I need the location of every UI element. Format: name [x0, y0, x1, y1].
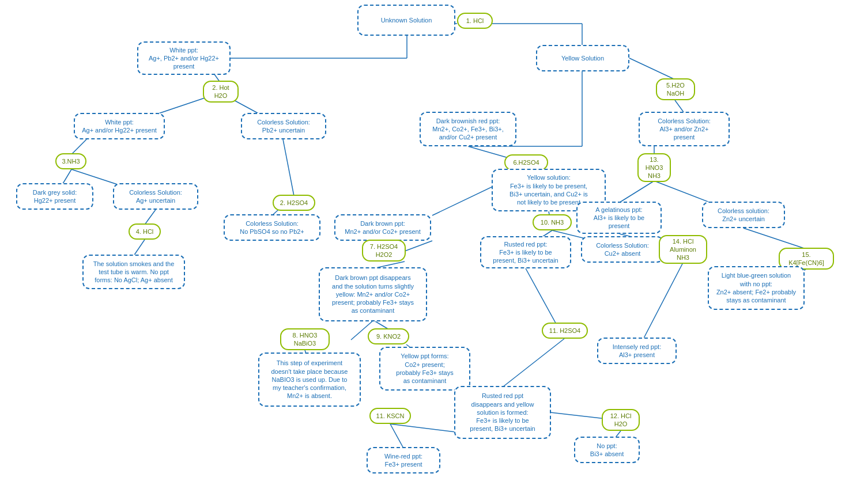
- colorless-pb2-label: Colorless Solution: Pb2+ uncertain: [257, 118, 310, 135]
- step14-hcl-al-nh3-node: 14. HCl Aluminon NH3: [659, 235, 707, 264]
- step2-hot-h2o-node: 2. Hot H2O: [203, 81, 239, 103]
- unknown-solution-node: Unknown Solution: [357, 5, 455, 36]
- svg-line-24: [675, 100, 684, 113]
- step5-h2o-naoh-node: 5.H2O NaOH: [656, 78, 695, 100]
- step13-hno3-nh3-label: 13. HNO3 NH3: [646, 156, 663, 180]
- svg-line-15: [145, 210, 156, 225]
- step1-hcl-node: 1. HCl: [457, 13, 493, 29]
- step11-kscn-node: 11. KSCN: [369, 408, 411, 424]
- white-ppt-ag-label: White ppt: Ag+ and/or Hg22+ present: [82, 118, 157, 135]
- rusted-red-fe3-label: Rusted red ppt: Fe3+ is likely to be pre…: [493, 240, 558, 265]
- no-ppt-bi3-absent-node: No ppt: Bi3+ absent: [574, 437, 640, 463]
- step6-h2so4-label: 6.H2SO4: [513, 158, 539, 166]
- colorless-ag-uncertain-label: Colorless Solution: Ag+ uncertain: [129, 188, 182, 205]
- light-blue-green-node: Light blue-green solution with no ppt: Z…: [708, 266, 805, 310]
- dark-brown-disappears-node: Dark brown ppt disappears and the soluti…: [319, 267, 427, 321]
- step9-kno2-label: 9. KNO2: [376, 332, 401, 340]
- step10-nh3-node: 10. NH3: [533, 214, 572, 230]
- colorless-al3-zn2-label: Colorless Solution: Al3+ and/or Zn2+ pre…: [658, 117, 711, 142]
- step8-hno3-nabio3-label: 8. HNO3 NaBiO3: [293, 331, 318, 348]
- no-place-experiment-node: This step of experiment doesn't take pla…: [258, 353, 361, 407]
- step2-hot-h2o-label: 2. Hot H2O: [212, 84, 229, 100]
- diagram-container: Unknown Solution 1. HCl White ppt: Ag+, …: [0, 0, 868, 485]
- rusted-red-fe3-node: Rusted red ppt: Fe3+ is likely to be pre…: [480, 236, 571, 268]
- dark-brown-ppt-node: Dark brown ppt: Mn2+ and/or Co2+ present: [334, 214, 431, 241]
- smokes-label: The solution smokes and the test tube is…: [93, 260, 175, 285]
- step15-k4-label: 15. K4[Fe(CN)6]: [788, 251, 824, 267]
- smokes-node: The solution smokes and the test tube is…: [82, 255, 185, 289]
- step9-kno2-node: 9. KNO2: [368, 328, 409, 344]
- wine-red-label: Wine-red ppt: Fe3+ present: [384, 452, 422, 469]
- step7-h2so4-h2o2-node: 7. H2SO4 H2O2: [362, 240, 406, 262]
- step12-hcl-h2o-label: 12. HCl H2O: [610, 412, 632, 429]
- step11-h2so4-left-label: 11. H2SO4: [549, 327, 580, 335]
- step7-h2so4-h2o2-label: 7. H2SO4 H2O2: [370, 242, 398, 259]
- svg-line-12: [71, 139, 86, 154]
- step11-kscn-label: 11. KSCN: [376, 412, 405, 420]
- step4-hcl-label: 4. HCl: [136, 228, 154, 236]
- colorless-cu2-absent-label: Colorless Solution: Cu2+ absent: [596, 241, 649, 258]
- intensely-red-al3-node: Intensely red ppt: Al3+ present: [597, 338, 677, 364]
- step6-h2so4-node: 6.H2SO4: [504, 154, 548, 170]
- step2-h2so4-node: 2. H2SO4: [273, 195, 315, 211]
- rusted-disappears-node: Rusted red ppt disappears and yellow sol…: [454, 386, 551, 439]
- gelatinous-al3-node: A gelatinous ppt: Al3+ is likely to be p…: [576, 202, 662, 234]
- dark-grey-node: Dark grey solid: Hg22+ present: [16, 183, 93, 210]
- step10-nh3-label: 10. NH3: [541, 218, 564, 226]
- step5-h2o-naoh-label: 5.H2O NaOH: [666, 81, 685, 98]
- colorless-ag-uncertain-node: Colorless Solution: Ag+ uncertain: [113, 183, 198, 210]
- step3-nh3-label: 3.NH3: [62, 157, 80, 165]
- colorless-zn2-uncertain-node: Colorless solution: Zn2+ uncertain: [702, 202, 785, 228]
- step3-nh3-node: 3.NH3: [55, 153, 86, 169]
- wine-red-node: Wine-red ppt: Fe3+ present: [367, 447, 440, 473]
- step4-hcl-node: 4. HCl: [129, 223, 161, 240]
- step12-hcl-h2o-node: 12. HCl H2O: [602, 409, 640, 431]
- step2-h2so4-label: 2. H2SO4: [280, 199, 308, 207]
- yellow-solution-label: Yellow Solution: [561, 54, 604, 62]
- svg-line-42: [503, 339, 564, 387]
- colorless-zn2-uncertain-label: Colorless solution: Zn2+ uncertain: [718, 207, 769, 223]
- no-ppt-bi3-absent-label: No ppt: Bi3+ absent: [590, 442, 624, 459]
- white-ppt-ag-node: White ppt: Ag+ and/or Hg22+ present: [74, 113, 165, 139]
- dark-brownish-node: Dark brownish red ppt: Mn2+, Co2+, Fe3+,…: [420, 112, 516, 146]
- svg-line-17: [628, 58, 675, 79]
- svg-line-26: [619, 181, 654, 203]
- yellow-ppt-co2-node: Yellow ppt forms: Co2+ present; probably…: [379, 347, 470, 391]
- yellow-ppt-co2-label: Yellow ppt forms: Co2+ present; probably…: [396, 352, 453, 385]
- white-ppt-left-label: White ppt: Ag+, Pb2+ and/or Hg22+ presen…: [149, 46, 219, 71]
- no-place-experiment-label: This step of experiment doesn't take pla…: [271, 359, 348, 400]
- svg-line-44: [390, 424, 403, 448]
- colorless-al3-zn2-node: Colorless Solution: Al3+ and/or Zn2+ pre…: [639, 112, 730, 146]
- step11-h2so4-left-node: 11. H2SO4: [542, 323, 588, 339]
- step8-hno3-nabio3-node: 8. HNO3 NaBiO3: [280, 328, 330, 350]
- svg-line-32: [405, 241, 432, 251]
- dark-brown-disappears-label: Dark brown ppt disappears and the soluti…: [332, 274, 414, 315]
- white-ppt-left-node: White ppt: Ag+, Pb2+ and/or Hg22+ presen…: [137, 41, 231, 75]
- light-blue-green-label: Light blue-green solution with no ppt: Z…: [716, 271, 796, 304]
- colorless-pb2-node: Colorless Solution: Pb2+ uncertain: [241, 113, 326, 139]
- svg-line-10: [283, 139, 294, 196]
- step14-hcl-al-nh3-label: 14. HCl Aluminon NH3: [670, 237, 696, 262]
- gelatinous-al3-label: A gelatinous ppt: Al3+ is likely to be p…: [594, 206, 644, 230]
- step1-hcl-label: 1. HCl: [466, 17, 484, 25]
- colorless-no-pbso4-label: Colorless Solution: No PbSO4 so no Pb2+: [240, 219, 304, 236]
- colorless-no-pbso4-node: Colorless Solution: No PbSO4 so no Pb2+: [224, 214, 320, 241]
- svg-line-28: [744, 228, 806, 249]
- svg-line-16: [134, 240, 145, 256]
- rusted-disappears-label: Rusted red ppt disappears and yellow sol…: [470, 392, 535, 433]
- dark-brown-ppt-label: Dark brown ppt: Mn2+ and/or Co2+ present: [345, 219, 420, 236]
- yellow-solution-node: Yellow Solution: [536, 45, 629, 71]
- unknown-solution-label: Unknown Solution: [381, 16, 432, 24]
- dark-brownish-label: Dark brownish red ppt: Mn2+, Co2+, Fe3+,…: [432, 117, 504, 142]
- colorless-cu2-absent-node: Colorless Solution: Cu2+ absent: [581, 236, 664, 263]
- connection-lines: [0, 0, 868, 485]
- step13-hno3-nh3-node: 13. HNO3 NH3: [637, 153, 671, 182]
- intensely-red-al3-label: Intensely red ppt: Al3+ present: [613, 343, 661, 359]
- dark-grey-label: Dark grey solid: Hg22+ present: [33, 188, 77, 205]
- yellow-fe3-solution-label: Yellow solution: Fe3+ is likely to be pr…: [510, 173, 588, 206]
